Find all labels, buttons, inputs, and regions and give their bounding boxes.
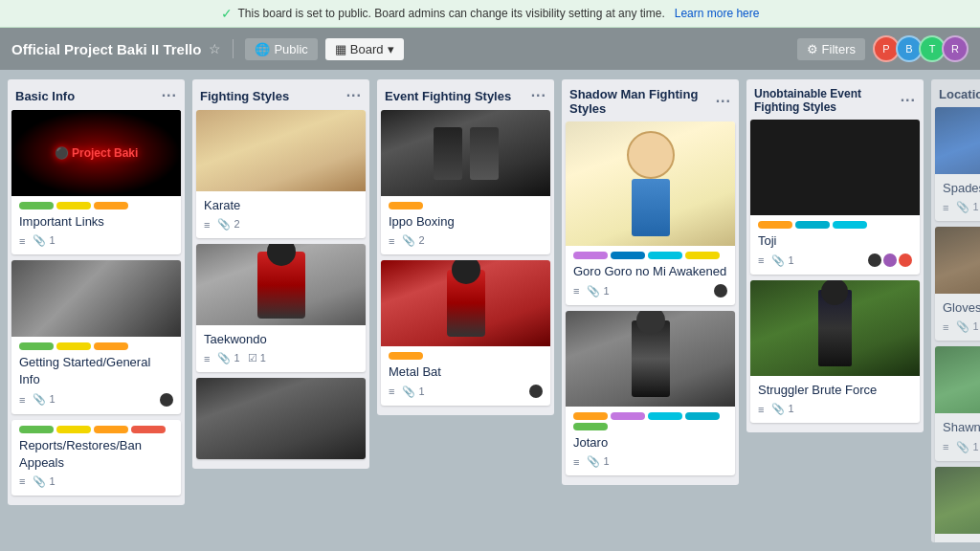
- dot-indicator: [714, 284, 727, 298]
- description-icon: ≡: [204, 353, 210, 364]
- card-fighting-3[interactable]: [196, 378, 366, 459]
- label-green: [19, 342, 54, 350]
- column-event-fighting: Event Fighting Styles ··· Ippo Boxing: [377, 79, 554, 415]
- card-metal-bat[interactable]: Metal Bat ≡ 📎 1: [381, 260, 550, 406]
- dot-indicator: [160, 393, 173, 407]
- column-header: Locations/Imp: [931, 79, 980, 107]
- description-icon: ≡: [19, 475, 25, 487]
- column-body: Toji ≡ 📎 1: [746, 120, 924, 432]
- card-reports[interactable]: Reports/Restores/Ban Appeals ≡ 📎 1: [11, 420, 181, 496]
- card-karate[interactable]: Karate ≡ 📎 2: [196, 110, 366, 238]
- column-shadow-man: Shadow Man Fighting Styles ···: [562, 79, 739, 485]
- label-orange: [94, 426, 128, 433]
- avatar[interactable]: R: [942, 35, 969, 62]
- attach-count: 📎 1: [587, 285, 609, 298]
- label-yellow: [56, 426, 91, 433]
- header-divider: [233, 39, 234, 58]
- top-banner: ✓ This board is set to public. Board adm…: [0, 0, 980, 28]
- dot-indicator: [899, 253, 912, 267]
- column-header: Shadow Man Fighting Styles ···: [562, 79, 739, 121]
- filter-icon: ⚙: [807, 42, 818, 56]
- board-view-button[interactable]: ▦ Board ▾: [325, 38, 404, 60]
- star-icon[interactable]: ☆: [209, 41, 221, 56]
- description-icon: ≡: [19, 394, 25, 406]
- column-title: Event Fighting Styles: [385, 89, 511, 103]
- learn-more-link[interactable]: Learn more here: [675, 7, 760, 20]
- visibility-label: Public: [274, 42, 307, 56]
- card-goro-goro[interactable]: Goro Goro no Mi Awakened ≡ 📎 1: [566, 121, 735, 305]
- check-icon: ✓: [221, 6, 233, 21]
- board-area: Basic Info ··· ⚫ Project Baki Important …: [0, 70, 980, 551]
- dot-indicator: [529, 385, 543, 398]
- card-title: Gloves N' Glo...: [943, 299, 980, 317]
- description-icon: ≡: [758, 254, 764, 266]
- card-title: Spades Gym: [943, 180, 980, 197]
- column-menu-icon[interactable]: ···: [162, 87, 177, 104]
- description-icon: ≡: [573, 285, 579, 297]
- description-icon: ≡: [943, 202, 948, 213]
- column-menu-icon[interactable]: ···: [901, 92, 916, 109]
- card-pots-romania[interactable]: Pot's Romania... ≡ 📎 1: [935, 467, 980, 542]
- label-orange: [573, 412, 608, 420]
- card-title: Toji: [758, 232, 912, 250]
- attach-count: 📎 1: [402, 386, 424, 398]
- card-ippo-boxing[interactable]: Ippo Boxing ≡ 📎 2: [381, 110, 550, 254]
- banner-text: This board is set to public. Board admin…: [238, 7, 665, 20]
- label-yellow: [685, 252, 720, 259]
- board-label: Board: [350, 42, 384, 56]
- label-green: [19, 426, 54, 433]
- attach-count: 📎 1: [771, 403, 793, 415]
- description-icon: ≡: [389, 235, 394, 247]
- filters-button[interactable]: ⚙ Filters: [797, 38, 865, 60]
- attach-count: 📎 1: [956, 441, 978, 453]
- column-header: Fighting Styles ···: [192, 79, 369, 110]
- attach-count: 📎 1: [956, 201, 978, 213]
- description-icon: ≡: [943, 321, 948, 333]
- card-jotaro[interactable]: Jotaro ≡ 📎 1: [566, 311, 735, 475]
- card-gloves-n-glo[interactable]: Gloves N' Glo... ≡ 📎 1: [935, 227, 980, 341]
- label-orange: [389, 202, 423, 209]
- column-menu-icon[interactable]: ···: [531, 87, 546, 104]
- card-title: Karate: [204, 197, 358, 214]
- column-basic-info: Basic Info ··· ⚫ Project Baki Important …: [8, 79, 185, 505]
- card-taekwondo[interactable]: Taekwondo ≡ 📎 1 ☑ 1: [196, 244, 366, 372]
- description-icon: ≡: [943, 441, 948, 452]
- label-yellow: [56, 202, 91, 209]
- card-title: Getting Started/General Info: [19, 354, 173, 388]
- description-icon: ≡: [389, 386, 394, 397]
- card-toji[interactable]: Toji ≡ 📎 1: [750, 120, 920, 275]
- column-body: Spades Gym ≡ 📎 1 Gloves N' Glo... ≡ 📎 1: [931, 107, 980, 542]
- column-header: Event Fighting Styles ···: [377, 79, 554, 110]
- card-struggler[interactable]: Struggler Brute Force ≡ 📎 1: [750, 280, 920, 423]
- dot-indicator: [883, 253, 897, 267]
- column-title: Fighting Styles: [200, 89, 289, 103]
- column-body: ⚫ Project Baki Important Links ≡ 📎 1: [8, 110, 185, 505]
- attach-count: 📎 1: [217, 352, 239, 364]
- card-title: Important Links: [19, 213, 173, 231]
- label-teal: [648, 412, 682, 420]
- card-title: Ippo Boxing: [389, 213, 543, 231]
- card-title: Shawn's Brazil...: [943, 419, 980, 436]
- label-teal: [648, 252, 682, 259]
- card-project-baki[interactable]: ⚫ Project Baki Important Links ≡ 📎 1: [11, 110, 181, 254]
- checklist-count: ☑ 1: [248, 352, 266, 364]
- board-icon: ▦: [335, 42, 346, 56]
- header: Official Project Baki II Trello ☆ 🌐 Publ…: [0, 28, 980, 70]
- chevron-down-icon: ▾: [388, 42, 394, 56]
- column-fighting-styles: Fighting Styles ··· Karate ≡ 📎 2: [192, 79, 369, 469]
- card-spades-gym[interactable]: Spades Gym ≡ 📎 1: [935, 107, 980, 221]
- attach-count: 📎 1: [33, 475, 55, 488]
- label-orange: [389, 352, 423, 360]
- card-title: Pot's Romania...: [943, 540, 980, 542]
- label-green: [19, 202, 54, 209]
- board-title: Official Project Baki II Trello: [11, 41, 201, 57]
- card-shawns-brazil[interactable]: Shawn's Brazil... ≡ 📎 1: [935, 346, 980, 460]
- card-title: Metal Bat: [389, 364, 543, 381]
- column-menu-icon[interactable]: ···: [716, 93, 731, 110]
- column-unobtainable: Unobtainable Event Fighting Styles ··· T…: [746, 79, 924, 432]
- avatar-group: P B T R: [873, 35, 969, 62]
- card-getting-started[interactable]: Getting Started/General Info ≡ 📎 1: [11, 260, 181, 413]
- card-title: Struggler Brute Force: [758, 382, 912, 399]
- column-menu-icon[interactable]: ···: [346, 87, 362, 104]
- visibility-button[interactable]: 🌐 Public: [245, 38, 317, 60]
